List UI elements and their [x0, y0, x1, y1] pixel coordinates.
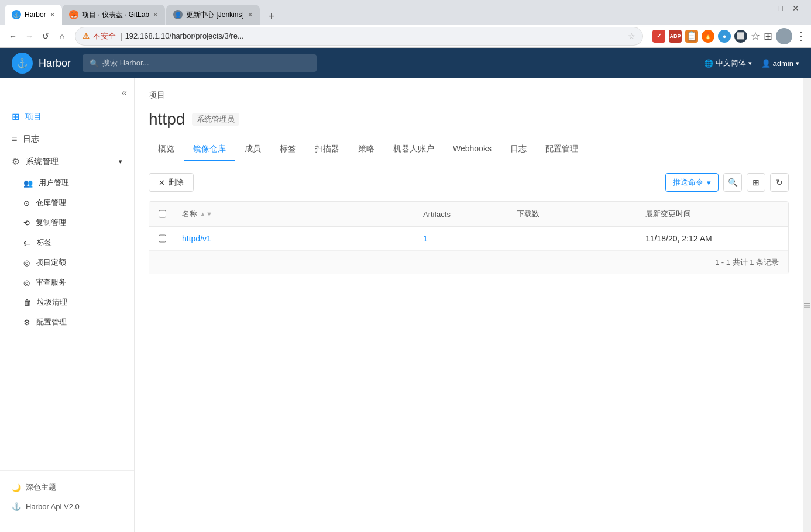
browser-tab-jenkins[interactable]: 👤 更新中心 [Jenkins] ✕	[166, 5, 260, 25]
window-minimize[interactable]: —	[761, 4, 769, 13]
window-maximize[interactable]: □	[778, 4, 783, 13]
address-bar-input[interactable]: ⚠ 不安全 | 192.168.1.10/harbor/projects/3/r…	[75, 27, 643, 46]
sidebar-toggle[interactable]: «	[0, 88, 134, 105]
sidebar-label-logs: 日志	[23, 134, 39, 144]
row-downloads	[507, 227, 636, 250]
sidebar-item-config[interactable]: ⚙ 配置管理	[6, 312, 134, 332]
nav-home[interactable]: ⌂	[54, 28, 70, 44]
table-row: httpd/v1 1 11/18/20, 2:12 AM	[149, 227, 788, 251]
push-command-button[interactable]: 推送命令 ▾	[665, 173, 719, 192]
tab-config-mgmt[interactable]: 配置管理	[536, 138, 587, 161]
dark-theme-label: 深色主题	[26, 482, 56, 493]
tab-label-jenkins: 更新中心 [Jenkins]	[186, 10, 244, 20]
ext-blue[interactable]: ●	[718, 30, 731, 43]
ext-abp[interactable]: ABP	[669, 30, 682, 43]
label-replication: 复制管理	[36, 217, 66, 228]
globe-icon: 🌐	[704, 59, 713, 68]
app-logo[interactable]: ⚓ Harbor	[12, 53, 71, 74]
nav-forward[interactable]: →	[21, 28, 37, 44]
name-sort-icon[interactable]: ▲▼	[200, 210, 212, 217]
api-version[interactable]: ⚓ Harbor Api V2.0	[12, 498, 122, 516]
row-artifacts[interactable]: 1	[414, 227, 507, 250]
user-avatar[interactable]	[776, 28, 792, 44]
dark-theme-toggle[interactable]: 🌙 深色主题	[12, 478, 122, 498]
sidebar-item-quota[interactable]: ◎ 项目定额	[6, 253, 134, 272]
artifacts-column-label: Artifacts	[423, 210, 451, 219]
sidebar-item-logs[interactable]: ≡ 日志	[0, 128, 134, 150]
breadcrumb[interactable]: 项目	[149, 90, 789, 101]
sidebar-item-garbage[interactable]: 🗑 垃圾清理	[6, 292, 134, 312]
select-all-checkbox[interactable]	[159, 210, 166, 218]
tab-logs[interactable]: 日志	[501, 138, 536, 161]
tab-members[interactable]: 成员	[235, 138, 270, 161]
ext-dark[interactable]: ⬜	[734, 30, 747, 43]
browser-tab-harbor[interactable]: ⚓ Harbor ✕	[5, 5, 62, 25]
name-column-label: 名称	[182, 209, 197, 219]
sidebar-item-labels[interactable]: 🏷 标签	[6, 233, 134, 253]
view-toggle-button[interactable]: ⊞	[747, 173, 765, 192]
language-label: 中文简体	[716, 58, 746, 68]
header-name: 名称 ▲▼	[173, 202, 414, 226]
toolbar-left: ✕ 删除	[149, 173, 194, 192]
tab-close-gitlab[interactable]: ✕	[153, 11, 158, 19]
label-quota: 项目定额	[36, 257, 66, 268]
table-pagination: 1 - 1 共计 1 条记录	[149, 251, 788, 274]
ext-todoist[interactable]: ✓	[652, 30, 665, 43]
language-selector[interactable]: 🌐 中文简体 ▾	[704, 58, 752, 68]
nav-refresh[interactable]: ↺	[37, 28, 54, 44]
projects-icon: ⊞	[12, 111, 19, 122]
window-close[interactable]: ✕	[792, 4, 799, 13]
fav-icon[interactable]: ☆	[751, 30, 760, 43]
sidebar-item-audit[interactable]: ◎ 审查服务	[6, 272, 134, 292]
tab-label-gitlab: 项目 · 仪表盘 · GitLab	[82, 10, 149, 20]
table-header: 名称 ▲▼ Artifacts 下载数 最新变更时间	[149, 202, 788, 227]
tab-robot[interactable]: 机器人账户	[384, 138, 444, 161]
right-panel-text: |||	[804, 303, 811, 308]
sidebar-item-replication[interactable]: ⟲ 复制管理	[6, 213, 134, 233]
replication-icon: ⟲	[23, 219, 30, 227]
grid-list-icon: ⊞	[752, 178, 760, 187]
label-config: 配置管理	[36, 317, 67, 327]
reading-list-icon[interactable]: ⊞	[764, 30, 772, 43]
app-header: ⚓ Harbor 🔍 搜索 Harbor... 🌐 中文简体 ▾ 👤 admin…	[0, 48, 811, 78]
label-audit: 审查服务	[36, 277, 66, 288]
row-name[interactable]: httpd/v1	[173, 227, 414, 250]
refresh-button[interactable]: ↻	[770, 173, 789, 192]
sidebar-item-user-mgmt[interactable]: 👥 用户管理	[6, 173, 134, 193]
sidebar-subitems: 👥 用户管理 ⊙ 仓库管理 ⟲ 复制管理 🏷 标签 ◎ 项目定额	[0, 173, 134, 332]
logs-icon: ≡	[12, 134, 17, 144]
sidebar-group-system[interactable]: ⚙ 系统管理 ▾	[0, 150, 134, 173]
global-search[interactable]: 🔍 搜索 Harbor...	[83, 54, 317, 72]
tab-policy[interactable]: 策略	[349, 138, 384, 161]
new-tab-button[interactable]: +	[263, 8, 280, 25]
tab-registry[interactable]: 镜像仓库	[184, 138, 235, 161]
tab-scanner[interactable]: 扫描器	[305, 138, 349, 161]
moon-icon: 🌙	[12, 483, 21, 492]
ext-orange[interactable]: 📋	[685, 30, 698, 43]
garbage-icon: 🗑	[23, 298, 31, 307]
push-chevron-icon: ▾	[707, 178, 711, 187]
search-button[interactable]: 🔍	[723, 173, 742, 192]
delete-button[interactable]: ✕ 删除	[149, 173, 194, 192]
repositories-table: 名称 ▲▼ Artifacts 下载数 最新变更时间	[149, 201, 789, 274]
nav-back[interactable]: ←	[5, 28, 21, 44]
ext-firefox[interactable]: 🔥	[702, 30, 714, 43]
header-right: 🌐 中文简体 ▾ 👤 admin ▾	[704, 58, 799, 68]
tab-webhooks[interactable]: Webhooks	[444, 138, 501, 161]
user-menu[interactable]: 👤 admin ▾	[761, 59, 799, 68]
tab-close-jenkins[interactable]: ✕	[248, 11, 253, 19]
bookmark-icon[interactable]: ☆	[628, 32, 635, 41]
tab-close-harbor[interactable]: ✕	[50, 11, 55, 19]
sidebar-group-label: 系统管理	[26, 157, 59, 167]
user-icon: 👤	[761, 59, 771, 68]
tab-labels[interactable]: 标签	[270, 138, 305, 161]
tab-overview[interactable]: 概览	[149, 138, 184, 161]
row-checkbox[interactable]	[159, 234, 166, 243]
content-tabs: 概览 镜像仓库 成员 标签 扫描器 策略 机器人账户 Webhooks 日志 配…	[149, 138, 789, 161]
browser-menu[interactable]: ⋮	[796, 30, 806, 43]
sidebar-item-repo-mgmt[interactable]: ⊙ 仓库管理	[6, 193, 134, 213]
browser-tab-gitlab[interactable]: 🦊 项目 · 仪表盘 · GitLab ✕	[62, 5, 165, 25]
downloads-column-label: 下载数	[517, 209, 539, 219]
delete-label: 删除	[169, 177, 184, 188]
sidebar-item-projects[interactable]: ⊞ 项目	[0, 105, 134, 128]
